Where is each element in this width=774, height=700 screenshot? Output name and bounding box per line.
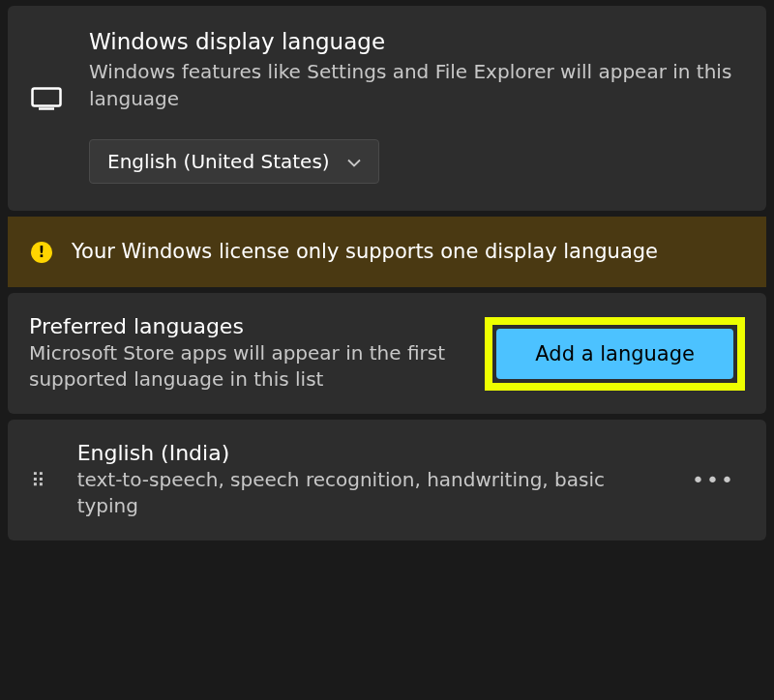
- preferred-languages-title: Preferred languages: [29, 314, 465, 338]
- language-item[interactable]: ⠿ English (India) text-to-speech, speech…: [8, 420, 766, 540]
- preferred-languages-description: Microsoft Store apps will appear in the …: [29, 340, 465, 393]
- display-language-section: Windows display language Windows feature…: [8, 6, 766, 211]
- chevron-down-icon: [347, 153, 361, 171]
- add-language-button[interactable]: Add a language: [496, 329, 733, 379]
- add-language-highlight: Add a language: [485, 317, 745, 391]
- display-language-title: Windows display language: [89, 29, 743, 54]
- warning-text: Your Windows license only supports one d…: [72, 238, 658, 266]
- license-warning: ! Your Windows license only supports one…: [8, 217, 766, 287]
- display-language-description: Windows features like Settings and File …: [89, 58, 743, 112]
- preferred-languages-section: Preferred languages Microsoft Store apps…: [8, 293, 766, 414]
- monitor-icon: [31, 87, 62, 114]
- language-name: English (India): [77, 441, 655, 465]
- dropdown-selected-value: English (United States): [107, 150, 330, 173]
- drag-handle-icon[interactable]: ⠿: [31, 475, 48, 486]
- svg-rect-0: [33, 89, 61, 106]
- more-options-button[interactable]: •••: [684, 460, 743, 500]
- display-language-dropdown[interactable]: English (United States): [89, 139, 379, 184]
- language-features: text-to-speech, speech recognition, hand…: [77, 467, 655, 519]
- warning-icon: !: [31, 242, 52, 263]
